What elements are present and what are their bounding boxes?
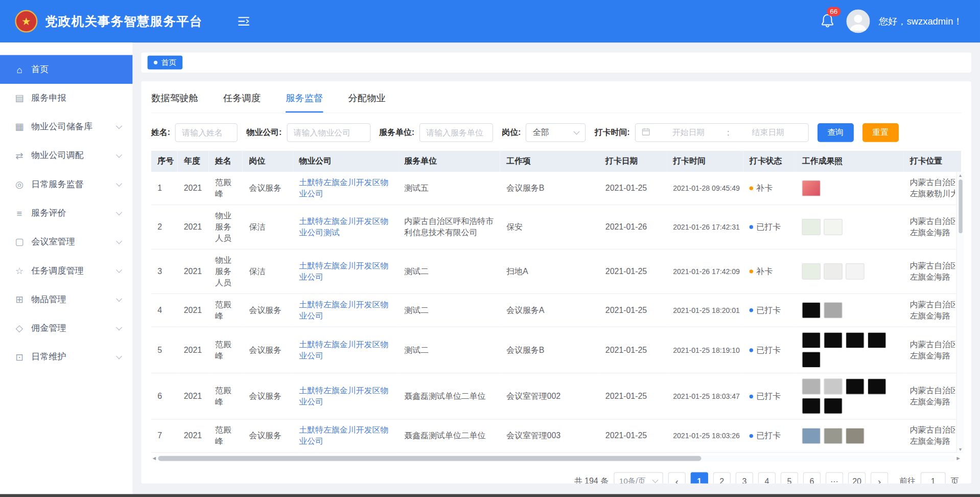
breadcrumb-home-tag[interactable]: 首页 (148, 56, 182, 70)
reset-button[interactable]: 重置 (862, 123, 899, 142)
status-label: 已打卡 (756, 305, 781, 314)
sidebar-item-property-company-allocation[interactable]: ⇄ 物业公司调配 (0, 141, 132, 170)
brand: ★ 党政机关事务智慧服务平台 (15, 10, 202, 33)
work-result-photo[interactable] (802, 428, 821, 444)
cell-work-item: 扫地A (500, 249, 599, 293)
table-vertical-scrollbar[interactable]: ▲ ▼ (956, 172, 964, 453)
work-result-photo[interactable] (824, 302, 843, 319)
cell-time: 2021-01-25 18:03:26 (667, 419, 743, 453)
work-result-photo[interactable] (802, 263, 821, 280)
cell-company-link[interactable]: 土默特左旗金川开发区物业公司 (293, 249, 398, 293)
notification-bell-button[interactable]: 66 (818, 11, 837, 31)
cell-company-link[interactable]: 土默特左旗金川开发区物业公司 (293, 293, 398, 327)
tab-service-supervision[interactable]: 服务监督 (286, 89, 323, 112)
status-dot-icon (750, 394, 753, 398)
sidebar-item-home[interactable]: ⌂ 首页 (0, 55, 132, 84)
work-result-photo[interactable] (802, 219, 821, 235)
page-button-3[interactable]: 3 (736, 472, 753, 484)
scroll-right-icon[interactable]: ▶ (955, 456, 961, 461)
collapse-menu-icon[interactable] (238, 16, 250, 27)
page-button-6[interactable]: 6 (803, 472, 821, 484)
table-row: 32021物业服务人员保洁土默特左旗金川开发区物业公司测试二扫地A2021-01… (151, 249, 961, 293)
sidebar-item-service-declaration[interactable]: ▤ 服务申报 (0, 84, 132, 112)
unit-input[interactable] (419, 123, 493, 142)
work-result-photo[interactable] (802, 332, 821, 349)
page-button-5[interactable]: 5 (781, 472, 798, 484)
work-result-photo[interactable] (846, 428, 865, 444)
work-result-photo[interactable] (868, 332, 886, 349)
work-result-photo[interactable] (846, 378, 865, 395)
sidebar-item-service-evaluation[interactable]: ≡ 服务评价 (0, 199, 132, 228)
cell-company-link[interactable]: 土默特左旗金川开发区物业公司 (293, 327, 398, 373)
sidebar-item-daily-maintenance[interactable]: ⊡ 日常维护 (0, 343, 132, 371)
work-result-photo[interactable] (802, 351, 821, 368)
status-label: 已打卡 (756, 222, 781, 231)
work-result-photo[interactable] (824, 428, 843, 444)
sidebar-item-daily-service-supervision[interactable]: ◎ 日常服务监督 (0, 170, 132, 199)
filter-bar: 姓名: 物业公司: 服务单位: 岗位: 全部 (151, 113, 961, 150)
work-result-photo[interactable] (802, 398, 821, 414)
horizontal-scroll-thumb[interactable] (158, 456, 701, 461)
search-button[interactable]: 查询 (818, 123, 854, 142)
cell-photos (796, 327, 904, 373)
goto-page-input[interactable] (921, 472, 946, 484)
cell-company-link[interactable]: 土默特左旗金川开发区物业公司 (293, 419, 398, 453)
work-result-photo[interactable] (868, 378, 886, 395)
goto-label: 前往 (899, 476, 916, 484)
page-button-20[interactable]: 20 (848, 472, 866, 484)
work-result-photo[interactable] (802, 180, 821, 196)
cell-index: 1 (151, 172, 177, 205)
table-horizontal-scrollbar[interactable]: ◀ ▶ (151, 455, 961, 462)
cell-company-link[interactable]: 土默特左旗金川开发区物业公司测试 (293, 205, 398, 250)
date-range-picker[interactable]: 开始日期 : 结束日期 (635, 123, 808, 142)
post-select[interactable]: 全部 (526, 123, 586, 142)
work-result-photo[interactable] (846, 263, 865, 280)
chevron-down-icon (116, 152, 122, 158)
work-result-photo[interactable] (824, 378, 843, 395)
cell-location: 内蒙古自治区呼和左旗金海路 (903, 327, 961, 373)
cell-company-link[interactable]: 土默特左旗金川开发区物业公司 (293, 373, 398, 420)
work-result-photo[interactable] (846, 332, 865, 349)
work-result-photo[interactable] (802, 302, 821, 319)
cell-status: 已打卡 (743, 373, 796, 420)
sidebar-item-task-scheduling-management[interactable]: ☆ 任务调度管理 (0, 257, 132, 285)
work-result-photo[interactable] (824, 263, 843, 280)
name-input[interactable] (175, 123, 238, 142)
cell-company-link[interactable]: 土默特左旗金川开发区物业公司 (293, 172, 398, 205)
work-result-photo[interactable] (824, 398, 843, 414)
sidebar-item-goods-management[interactable]: ⊞ 物品管理 (0, 285, 132, 314)
tab-task-dispatch[interactable]: 任务调度 (223, 89, 261, 112)
work-result-photo[interactable] (824, 219, 843, 235)
cell-location: 内蒙古自治区呼和左旗金海路 (903, 249, 961, 293)
scroll-down-icon[interactable]: ▼ (958, 446, 962, 452)
cell-name: 范殿峰 (209, 293, 243, 327)
sidebar-item-property-company-reserve[interactable]: ▦ 物业公司储备库 (0, 112, 132, 141)
next-page-button[interactable]: › (871, 472, 888, 484)
breadcrumb: 首页 (141, 53, 971, 73)
tab-assign-property[interactable]: 分配物业 (348, 89, 385, 112)
sidebar-item-meeting-room-management[interactable]: ▢ 会议室管理 (0, 228, 132, 256)
page-button-4[interactable]: 4 (758, 472, 776, 484)
cell-time: 2021-01-28 09:45:49 (667, 172, 743, 205)
page-button-1[interactable]: 1 (691, 472, 708, 484)
cell-name: 范殿峰 (209, 172, 243, 205)
chevron-down-icon (116, 180, 122, 187)
tab-data-dashboard[interactable]: 数据驾驶舱 (151, 89, 198, 112)
cell-status: 已打卡 (743, 419, 796, 453)
prev-page-button[interactable]: ‹ (668, 472, 686, 484)
scroll-left-icon[interactable]: ◀ (151, 456, 157, 461)
avatar[interactable] (846, 9, 870, 33)
status-label: 补卡 (756, 183, 773, 192)
cell-status: 已打卡 (743, 205, 796, 250)
scroll-up-icon[interactable]: ▲ (958, 173, 962, 178)
work-result-photo[interactable] (802, 378, 821, 395)
page-ellipsis-button[interactable]: ··· (826, 472, 843, 484)
page-button-2[interactable]: 2 (713, 472, 731, 484)
cell-time: 2021-01-25 18:03:47 (667, 373, 743, 420)
company-input[interactable] (287, 123, 370, 142)
work-result-photo[interactable] (824, 332, 843, 349)
sidebar-item-commission-management[interactable]: ◇ 佣金管理 (0, 314, 132, 343)
page-size-select[interactable]: 10条/页 (614, 472, 663, 484)
status-dot-icon (750, 348, 753, 352)
vertical-scroll-thumb[interactable] (959, 179, 962, 233)
